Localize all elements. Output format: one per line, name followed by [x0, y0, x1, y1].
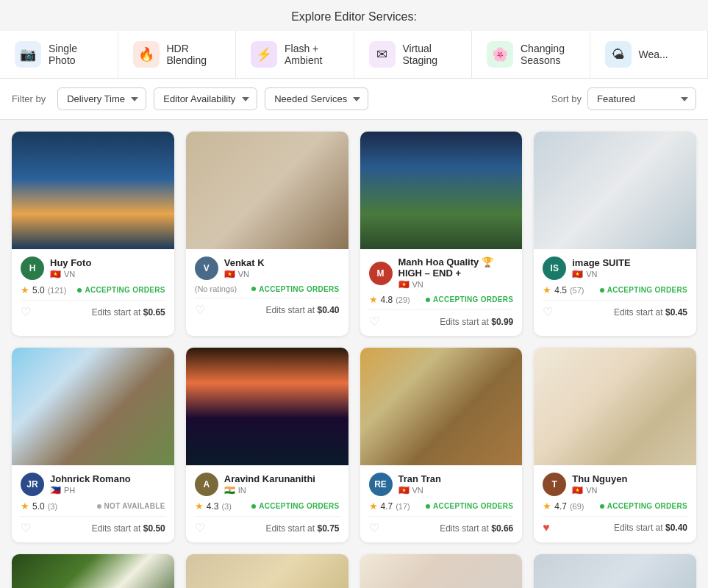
- card-user: JR Johnrick Romano 🇵🇭 PH: [21, 473, 165, 496]
- card-image: [186, 348, 348, 465]
- card-image: [186, 554, 348, 588]
- services-bar: 📷 Single Photo 🔥 HDR Blending ⚡ Flash + …: [0, 31, 708, 79]
- user-info: Venkat K 🇻🇳 VN: [224, 257, 265, 279]
- editor-availability-filter[interactable]: Editor Availability: [154, 87, 257, 110]
- sort-select[interactable]: FeaturedPrice: Low to HighPrice: High to…: [587, 87, 696, 110]
- filters-bar: Filter by Delivery Time Editor Availabil…: [0, 79, 708, 120]
- rating-count: (29): [396, 295, 410, 304]
- card-manh-hoa: M Manh Hoa Quality 🏆HIGH – END + 🇻🇳 VN ★…: [360, 132, 523, 336]
- flash-ambient-icon: ⚡: [251, 41, 277, 68]
- status-text: ACCEPTING ORDERS: [607, 286, 687, 294]
- country-code: VN: [586, 486, 597, 495]
- rating-count: (69): [570, 502, 584, 511]
- rating: (No ratings): [195, 284, 237, 293]
- price-amount: $0.45: [665, 307, 687, 318]
- avatar: IS: [543, 257, 566, 280]
- status-dot: [600, 504, 604, 509]
- service-item-weather[interactable]: 🌤 Wea...: [590, 31, 709, 78]
- country-code: VN: [412, 280, 423, 289]
- flash-ambient-label: Flash + Ambient: [285, 43, 339, 66]
- rating: ★4.8(29): [369, 294, 410, 305]
- needed-services-filter[interactable]: Needed Services: [265, 87, 368, 110]
- like-button[interactable]: ♡: [195, 303, 205, 317]
- user-info: Manh Hoa Quality 🏆HIGH – END + 🇻🇳 VN: [398, 257, 514, 290]
- user-info: Aravind Karunanithi 🇮🇳 IN: [224, 473, 315, 495]
- like-button[interactable]: ♥: [543, 521, 550, 534]
- rating-count: (57): [570, 286, 584, 295]
- country-code: IN: [238, 486, 246, 495]
- like-button[interactable]: ♡: [369, 315, 379, 329]
- changing-seasons-label: Changing Seasons: [521, 43, 575, 66]
- status-badge: ACCEPTING ORDERS: [77, 286, 165, 294]
- price-text: Edits start at $0.66: [440, 523, 513, 534]
- price-amount: $0.66: [491, 523, 513, 534]
- status-text: ACCEPTING ORDERS: [433, 295, 513, 304]
- rating-value: 4.5: [554, 285, 567, 295]
- card-image: [360, 132, 523, 249]
- card-user: T Thu Nguyen 🇻🇳 VN: [543, 473, 687, 496]
- price-row: ♡ Edits start at $0.65: [21, 300, 165, 319]
- service-item-virtual-staging[interactable]: ✉ Virtual Staging: [354, 31, 473, 78]
- status-text: ACCEPTING ORDERS: [259, 285, 339, 293]
- like-button[interactable]: ♡: [543, 305, 553, 319]
- price-row: ♡ Edits start at $0.66: [369, 516, 514, 535]
- card-stats: ★4.7(17) ACCEPTING ORDERS: [369, 501, 514, 512]
- user-country: 🇻🇳 VN: [50, 269, 91, 279]
- weather-icon: 🌤: [605, 41, 632, 68]
- card-stats: ★5.0(3) NOT AVAILABLE: [21, 501, 165, 512]
- status-dot: [600, 288, 604, 293]
- rating-value: 5.0: [32, 501, 45, 512]
- price-amount: $0.40: [665, 523, 687, 533]
- star-icon: ★: [369, 294, 378, 305]
- delivery-time-filter[interactable]: Delivery Time: [57, 87, 146, 110]
- user-country: 🇵🇭 PH: [50, 485, 131, 495]
- price-row: ♡ Edits start at $0.50: [21, 516, 165, 535]
- rating: ★5.0(3): [21, 501, 57, 512]
- service-item-hdr-blending[interactable]: 🔥 HDR Blending: [118, 31, 237, 78]
- status-badge: NOT AVAILABLE: [97, 502, 165, 510]
- sort-by-label: Sort by: [551, 93, 582, 104]
- service-item-flash-ambient[interactable]: ⚡ Flash + Ambient: [236, 31, 354, 78]
- price-text: Edits start at $0.50: [92, 523, 165, 534]
- rating: ★4.7(17): [369, 501, 410, 512]
- filter-by-label: Filter by: [12, 93, 46, 104]
- card-aravind-karunanithi: A Aravind Karunanithi 🇮🇳 IN ★4.3(3) ACCE…: [186, 348, 348, 542]
- cards-grid: H Huy Foto 🇻🇳 VN ★5.0(121) ACCEPTING ORD…: [0, 120, 708, 588]
- status-text: ACCEPTING ORDERS: [433, 502, 513, 510]
- status-dot: [97, 504, 101, 509]
- status-text: ACCEPTING ORDERS: [85, 286, 165, 294]
- card-body: RE Tran Tran 🇻🇳 VN ★4.7(17) ACCEPTING OR…: [360, 465, 523, 542]
- page-title: Explore Editor Services:: [0, 0, 708, 31]
- status-dot: [426, 504, 430, 509]
- user-country: 🇻🇳 VN: [398, 279, 514, 290]
- card-thu-nguyen: T Thu Nguyen 🇻🇳 VN ★4.7(69) ACCEPTING OR…: [534, 348, 696, 542]
- status-badge: ACCEPTING ORDERS: [426, 295, 513, 304]
- card-johnrick-romano: JR Johnrick Romano 🇵🇭 PH ★5.0(3) NOT AVA…: [12, 348, 174, 542]
- like-button[interactable]: ♡: [21, 521, 31, 535]
- country-code: PH: [64, 486, 75, 495]
- card-stats: ★5.0(121) ACCEPTING ORDERS: [21, 284, 165, 295]
- price-row: ♡ Edits start at $0.45: [543, 300, 687, 319]
- status-badge: ACCEPTING ORDERS: [600, 286, 687, 294]
- rating: ★5.0(121): [21, 284, 66, 295]
- card-user: A Aravind Karunanithi 🇮🇳 IN: [195, 473, 340, 496]
- country-code: VN: [412, 486, 423, 495]
- card-venkat-k: V Venkat K 🇻🇳 VN (No ratings) ACCEPTING …: [186, 132, 348, 336]
- service-item-single-photo[interactable]: 📷 Single Photo: [0, 31, 118, 78]
- like-button[interactable]: ♡: [21, 305, 31, 319]
- service-item-changing-seasons[interactable]: 🌸 Changing Seasons: [472, 31, 590, 78]
- like-button[interactable]: ♡: [369, 521, 379, 535]
- rating-value: 4.7: [381, 501, 393, 512]
- status-text: NOT AVAILABLE: [104, 502, 165, 510]
- price-row: ♡ Edits start at $0.40: [195, 298, 340, 317]
- rating: ★4.5(57): [543, 284, 584, 295]
- rating: ★4.7(69): [543, 501, 584, 512]
- rating-value: 4.8: [381, 295, 393, 305]
- single-photo-label: Single Photo: [49, 43, 103, 66]
- flag-icon: 🇻🇳: [50, 269, 61, 279]
- card-body: H Huy Foto 🇻🇳 VN ★5.0(121) ACCEPTING ORD…: [12, 249, 174, 326]
- card-body: IS image SUITE 🇻🇳 VN ★4.5(57) ACCEPTING …: [534, 249, 696, 326]
- user-info: Thu Nguyen 🇻🇳 VN: [572, 473, 627, 495]
- weather-label: Wea...: [639, 49, 668, 60]
- like-button[interactable]: ♡: [195, 521, 205, 535]
